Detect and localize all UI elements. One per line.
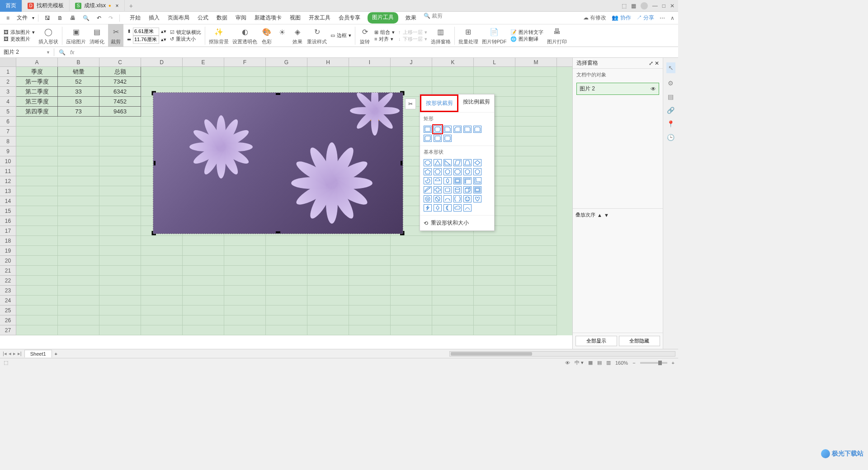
col-header[interactable]: B xyxy=(58,58,99,66)
cell[interactable] xyxy=(349,306,391,315)
cell[interactable] xyxy=(266,325,307,335)
object-item[interactable]: 图片 2 👁 xyxy=(576,83,659,95)
cell[interactable] xyxy=(99,196,141,206)
cell[interactable]: 第四季度 xyxy=(16,107,58,117)
cell[interactable] xyxy=(349,315,391,325)
col-header[interactable]: I xyxy=(349,58,391,66)
cell[interactable] xyxy=(391,246,432,256)
row-header[interactable]: 6 xyxy=(0,117,16,127)
cell[interactable] xyxy=(99,186,141,196)
cell[interactable] xyxy=(474,77,515,87)
cell[interactable] xyxy=(183,266,224,276)
row-header[interactable]: 14 xyxy=(0,196,16,206)
cell[interactable] xyxy=(16,315,58,325)
cell[interactable] xyxy=(432,306,474,315)
cell[interactable] xyxy=(58,226,99,236)
cell[interactable] xyxy=(99,276,141,286)
row-header[interactable]: 21 xyxy=(0,266,16,276)
cell[interactable] xyxy=(183,67,224,77)
add-sheet-button[interactable]: + xyxy=(55,351,57,357)
cell[interactable]: 9463 xyxy=(99,107,141,117)
cell[interactable] xyxy=(307,77,349,87)
file-menu[interactable]: 文件 xyxy=(14,13,30,23)
search-hint[interactable]: 裁剪 xyxy=(432,13,443,19)
cell[interactable] xyxy=(183,77,224,87)
sharpen-button[interactable]: ▤清晰化 xyxy=(90,26,104,45)
tab-start[interactable]: 开始 xyxy=(129,12,142,24)
crop-handle-tr[interactable] xyxy=(398,91,405,97)
cell[interactable] xyxy=(266,256,307,266)
row-header[interactable]: 7 xyxy=(0,127,16,136)
cell[interactable] xyxy=(349,276,391,286)
shape-diamond[interactable] xyxy=(473,159,481,166)
cell[interactable] xyxy=(266,236,307,246)
cell[interactable] xyxy=(474,266,515,276)
cell[interactable] xyxy=(183,236,224,246)
shape-snip-rect[interactable] xyxy=(443,126,452,133)
cell[interactable] xyxy=(432,236,474,246)
cell[interactable] xyxy=(307,296,349,306)
row-header[interactable]: 11 xyxy=(0,166,16,176)
tab-member[interactable]: 会员专享 xyxy=(338,12,361,24)
tab-templates[interactable]: D 找稻壳模板 xyxy=(22,0,70,12)
reset-shape-button[interactable]: ⟲ 重设形状和大小 xyxy=(420,215,494,230)
row-header[interactable]: 10 xyxy=(0,156,16,166)
cell[interactable] xyxy=(391,286,432,296)
row-header[interactable]: 19 xyxy=(0,246,16,256)
cell[interactable] xyxy=(141,256,183,266)
cell[interactable] xyxy=(99,306,141,315)
cell[interactable] xyxy=(515,246,557,256)
tab-layout[interactable]: 页面布局 xyxy=(167,12,190,24)
cell[interactable] xyxy=(224,276,266,286)
cell[interactable] xyxy=(474,67,515,77)
cell[interactable] xyxy=(99,166,141,176)
cell[interactable] xyxy=(349,236,391,246)
undo-icon[interactable]: ↶ xyxy=(94,14,104,22)
col-header[interactable]: D xyxy=(141,58,183,66)
shape-donut[interactable] xyxy=(424,195,432,202)
lock-ratio-checkbox[interactable]: 锁定纵横比 xyxy=(176,29,201,36)
side-link-icon[interactable]: 🔗 xyxy=(667,107,675,114)
shape-plaque[interactable] xyxy=(443,186,452,193)
save-icon[interactable]: 🖫 xyxy=(42,14,53,22)
cell[interactable] xyxy=(99,286,141,296)
cell[interactable] xyxy=(515,166,557,176)
cell[interactable] xyxy=(224,296,266,306)
side-select-icon[interactable]: ↖ xyxy=(666,62,675,73)
width-input[interactable] xyxy=(133,36,159,44)
cell[interactable]: 7452 xyxy=(99,97,141,107)
cell[interactable] xyxy=(58,156,99,166)
row-header[interactable]: 13 xyxy=(0,186,16,196)
cell[interactable] xyxy=(16,276,58,286)
cell[interactable] xyxy=(266,266,307,276)
save-as-icon[interactable]: 🗎 xyxy=(55,14,66,22)
cell[interactable] xyxy=(99,296,141,306)
cell[interactable] xyxy=(307,325,349,335)
cell[interactable] xyxy=(391,236,432,246)
sheet-tab[interactable]: Sheet1 xyxy=(24,350,52,357)
col-header[interactable]: K xyxy=(432,58,474,66)
crop-by-ratio-tab[interactable]: 按比例裁剪 xyxy=(458,94,494,112)
cell[interactable] xyxy=(224,67,266,77)
cell[interactable] xyxy=(58,266,99,276)
to-text-button[interactable]: 图片转文字 xyxy=(519,29,543,36)
new-tab-button[interactable]: + xyxy=(125,2,137,9)
cell[interactable] xyxy=(58,306,99,315)
zoom-icon[interactable]: 🔍 xyxy=(59,49,66,56)
cell[interactable] xyxy=(515,325,557,335)
cell[interactable] xyxy=(16,256,58,266)
cell[interactable] xyxy=(16,186,58,196)
cell[interactable] xyxy=(307,256,349,266)
row-header[interactable]: 22 xyxy=(0,276,16,286)
cell[interactable] xyxy=(432,77,474,87)
shape-chord[interactable] xyxy=(434,177,442,184)
cell[interactable]: 第二季度 xyxy=(16,87,58,97)
cell[interactable] xyxy=(141,286,183,296)
cloud-changes[interactable]: ☁ 有修改 xyxy=(583,14,606,22)
row-header[interactable]: 9 xyxy=(0,146,16,156)
side-location-icon[interactable]: 📍 xyxy=(667,120,675,127)
cell[interactable] xyxy=(58,206,99,216)
cell[interactable] xyxy=(16,266,58,276)
cell[interactable] xyxy=(99,256,141,266)
row-header[interactable]: 15 xyxy=(0,206,16,216)
